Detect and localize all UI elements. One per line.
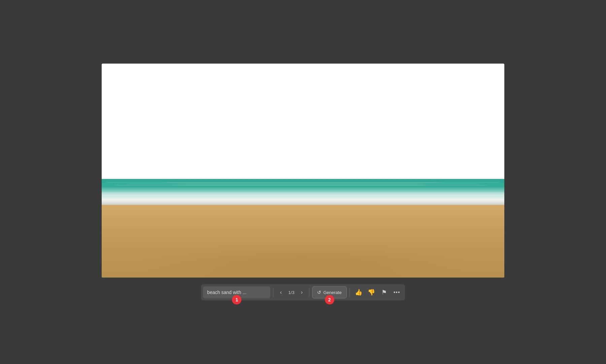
generate-icon: ↺ xyxy=(317,290,321,295)
more-icon: ••• xyxy=(394,289,400,295)
image-frame xyxy=(102,64,504,278)
next-icon: › xyxy=(301,289,303,295)
divider-3 xyxy=(349,288,350,297)
generate-wrapper: ↺ Generate 2 xyxy=(312,286,346,298)
flag-button[interactable]: ⚑ xyxy=(378,286,390,298)
prev-button[interactable]: ‹ xyxy=(276,288,285,297)
divider-1 xyxy=(273,288,273,297)
page-indicator: 1/3 xyxy=(287,290,296,295)
toolbar: beach sand with ... 1 ‹ 1/3 › ↺ Generate… xyxy=(201,284,405,300)
beach-scene xyxy=(102,64,504,278)
thumbs-down-icon: 👎 xyxy=(368,289,375,296)
thumbs-up-icon: 👍 xyxy=(355,289,362,296)
action-buttons: 👍 👎 ⚑ ••• xyxy=(352,286,403,298)
dislike-button[interactable]: 👎 xyxy=(365,286,377,298)
more-button[interactable]: ••• xyxy=(391,286,403,298)
main-container: beach sand with ... 1 ‹ 1/3 › ↺ Generate… xyxy=(102,64,504,300)
generate-label: Generate xyxy=(323,290,341,295)
wave-lines xyxy=(102,181,504,192)
horizon-line xyxy=(102,178,504,178)
prompt-text: beach sand with ... xyxy=(207,290,246,295)
prev-icon: ‹ xyxy=(280,289,282,295)
sand-overlay xyxy=(102,205,504,278)
prompt-wrapper: beach sand with ... 1 xyxy=(203,286,270,298)
generate-button[interactable]: ↺ Generate xyxy=(312,286,346,298)
divider-2 xyxy=(309,288,309,297)
next-button[interactable]: › xyxy=(297,288,306,297)
prompt-input[interactable]: beach sand with ... xyxy=(203,286,270,298)
like-button[interactable]: 👍 xyxy=(352,286,365,298)
flag-icon: ⚑ xyxy=(381,289,387,296)
